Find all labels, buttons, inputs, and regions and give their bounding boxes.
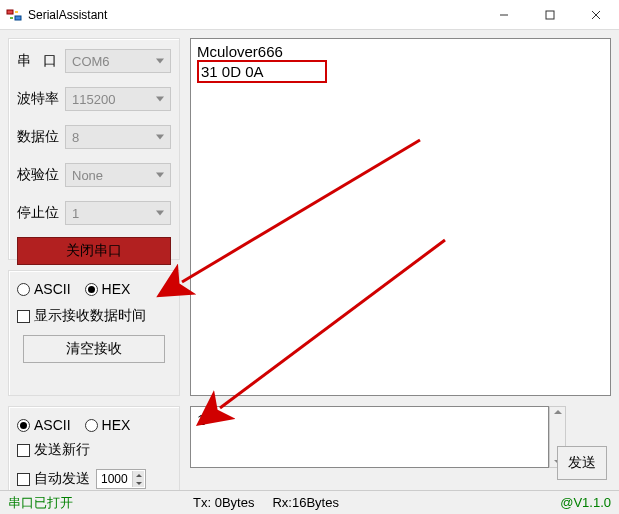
radio-icon	[85, 283, 98, 296]
send-input[interactable]: 1	[190, 406, 549, 468]
checkbox-icon	[17, 444, 30, 457]
databits-label: 数据位	[17, 128, 65, 146]
clear-recv-button[interactable]: 清空接收	[23, 335, 165, 363]
baud-label: 波特率	[17, 90, 65, 108]
titlebar: SerialAssistant	[0, 0, 619, 30]
client-area: 串 口 COM6 波特率 115200 数据位 8 校验位 None 停止位 1…	[0, 30, 619, 490]
receive-output[interactable]: Mculover666 31 0D 0A	[190, 38, 611, 396]
radio-icon	[17, 419, 30, 432]
spinner-up-icon[interactable]	[132, 471, 144, 479]
send-newline-checkbox[interactable]: 发送新行	[17, 441, 171, 459]
maximize-button[interactable]	[527, 0, 573, 30]
minimize-button[interactable]	[481, 0, 527, 30]
recv-hex-radio[interactable]: HEX	[85, 281, 131, 297]
databits-select[interactable]: 8	[65, 125, 171, 149]
status-tx: Tx: 0Bytes	[193, 495, 254, 510]
spinner-down-icon[interactable]	[132, 479, 144, 487]
recv-options-panel: ASCII HEX 显示接收数据时间 清空接收	[8, 270, 180, 396]
recv-line-1: Mculover666	[197, 43, 604, 60]
close-button[interactable]	[573, 0, 619, 30]
radio-icon	[85, 419, 98, 432]
stopbits-select[interactable]: 1	[65, 201, 171, 225]
stopbits-label: 停止位	[17, 204, 65, 222]
status-rx: Rx:16Bytes	[272, 495, 338, 510]
parity-label: 校验位	[17, 166, 65, 184]
svg-rect-1	[15, 16, 21, 20]
svg-rect-3	[15, 11, 18, 13]
svg-rect-2	[10, 17, 13, 19]
port-label: 串 口	[17, 52, 65, 70]
checkbox-icon	[17, 473, 30, 486]
serial-config-panel: 串 口 COM6 波特率 115200 数据位 8 校验位 None 停止位 1…	[8, 38, 180, 260]
status-port-open: 串口已打开	[8, 494, 73, 512]
auto-send-interval-spinner[interactable]: 1000	[96, 469, 146, 489]
svg-rect-5	[546, 11, 554, 19]
status-version: @V1.1.0	[560, 495, 611, 510]
scroll-up-icon	[554, 410, 562, 414]
parity-select[interactable]: None	[65, 163, 171, 187]
checkbox-icon	[17, 310, 30, 323]
auto-send-checkbox[interactable]: 自动发送	[17, 470, 90, 488]
send-button[interactable]: 发送	[557, 446, 607, 480]
close-port-button[interactable]: 关闭串口	[17, 237, 171, 265]
recv-line-2: 31 0D 0A	[197, 60, 327, 83]
send-options-panel: ASCII HEX 发送新行 自动发送 1000	[8, 406, 180, 502]
app-icon	[6, 7, 22, 23]
port-select[interactable]: COM6	[65, 49, 171, 73]
send-hex-radio[interactable]: HEX	[85, 417, 131, 433]
baud-select[interactable]: 115200	[65, 87, 171, 111]
send-ascii-radio[interactable]: ASCII	[17, 417, 71, 433]
svg-rect-0	[7, 10, 13, 14]
show-recv-time-checkbox[interactable]: 显示接收数据时间	[17, 307, 171, 325]
window-title: SerialAssistant	[28, 8, 107, 22]
recv-ascii-radio[interactable]: ASCII	[17, 281, 71, 297]
radio-icon	[17, 283, 30, 296]
status-bar: 串口已打开 Tx: 0Bytes Rx:16Bytes @V1.1.0	[0, 490, 619, 514]
